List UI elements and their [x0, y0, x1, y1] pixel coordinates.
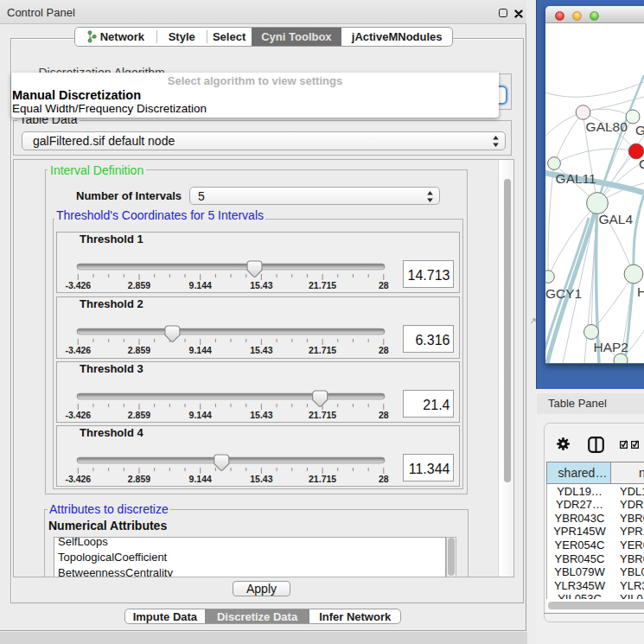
svg-text:-3.426: -3.426	[65, 280, 91, 290]
svg-text:2.859: 2.859	[128, 410, 150, 420]
svg-text:2.859: 2.859	[128, 474, 150, 484]
svg-text:9.144: 9.144	[189, 474, 212, 484]
svg-text:HAP2: HAP2	[594, 340, 629, 354]
svg-text:GAL4: GAL4	[598, 212, 633, 226]
svg-text:21.715: 21.715	[309, 280, 336, 290]
svg-text:21.715: 21.715	[309, 474, 336, 484]
svg-text:21.715: 21.715	[309, 410, 336, 420]
svg-text:9.144: 9.144	[189, 345, 212, 355]
svg-text:28: 28	[379, 280, 389, 290]
svg-text:15.43: 15.43	[250, 345, 272, 355]
svg-text:-3.426: -3.426	[65, 474, 91, 484]
svg-text:GAL11: GAL11	[556, 171, 596, 186]
svg-text:9.144: 9.144	[189, 410, 212, 420]
svg-text:28: 28	[379, 345, 389, 355]
svg-text:28: 28	[379, 474, 389, 484]
svg-text:C: C	[639, 156, 644, 171]
svg-text:GAL80: GAL80	[586, 119, 628, 134]
svg-text:GCY1: GCY1	[545, 286, 582, 301]
svg-text:15.43: 15.43	[250, 474, 272, 484]
svg-text:2.859: 2.859	[128, 280, 150, 290]
svg-text:2.859: 2.859	[128, 345, 150, 355]
svg-text:H: H	[637, 284, 644, 299]
svg-text:15.43: 15.43	[250, 280, 272, 290]
svg-text:-3.426: -3.426	[65, 410, 91, 420]
svg-text:15.43: 15.43	[250, 410, 272, 420]
svg-text:28: 28	[379, 410, 389, 420]
svg-text:21.715: 21.715	[309, 345, 336, 355]
svg-text:9.144: 9.144	[189, 280, 212, 290]
svg-text:GA: GA	[635, 123, 644, 137]
svg-text:-3.426: -3.426	[65, 345, 91, 355]
